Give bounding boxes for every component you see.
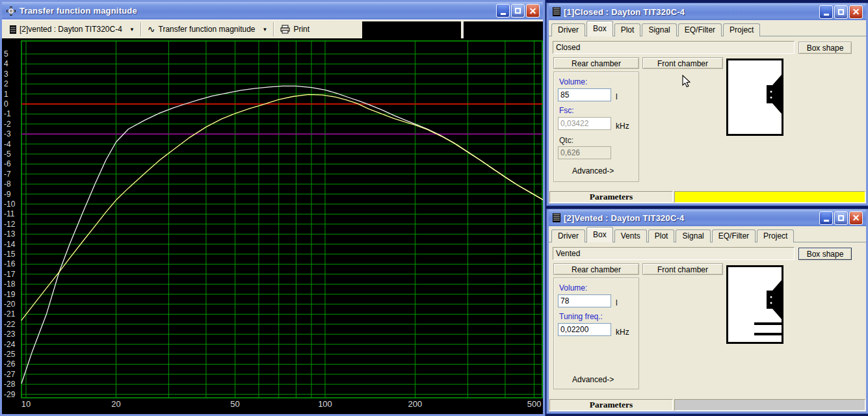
volume-input[interactable] (558, 88, 611, 101)
graph-selector-label: Transfer function magnitude (159, 25, 256, 34)
print-label: Print (293, 25, 309, 34)
tab-project[interactable]: Project (723, 23, 760, 36)
advanced-link[interactable]: Advanced-> (572, 166, 614, 176)
box-shape-button[interactable]: Box shape (798, 248, 852, 260)
maximize-button[interactable] (511, 4, 525, 18)
closed-box-window: [1]Closed : Dayton TIT320C-4 ✕ DriverBox… (547, 3, 868, 205)
tab-eq-filter[interactable]: EQ/Filter (712, 229, 756, 242)
vented-box-window: [2]Vented : Dayton TIT320C-4 ✕ DriverBox… (547, 209, 868, 413)
svg-text:-18: -18 (4, 280, 16, 289)
svg-text:-1: -1 (4, 109, 11, 118)
project-selector[interactable]: [2]vented : Dayton TIT320C-4 ▼ (6, 21, 138, 37)
svg-text:100: 100 (318, 399, 332, 409)
volume-label: Volume: (559, 283, 587, 292)
maximize-button[interactable] (834, 211, 848, 225)
tab-vents[interactable]: Vents (614, 229, 647, 242)
front-chamber-button[interactable]: Front chamber (642, 263, 723, 275)
mouse-cursor (682, 75, 691, 88)
print-button[interactable]: Print (276, 21, 313, 37)
closed-window-titlebar[interactable]: [1]Closed : Dayton TIT320C-4 ✕ (549, 3, 866, 20)
tab-project[interactable]: Project (757, 229, 794, 242)
tuning-freq-input[interactable] (558, 323, 611, 336)
svg-text:-23: -23 (4, 330, 16, 339)
svg-text:-12: -12 (4, 220, 16, 229)
svg-text:-19: -19 (4, 290, 16, 299)
minimize-button[interactable] (819, 211, 833, 225)
svg-text:-17: -17 (4, 270, 16, 279)
advanced-link[interactable]: Advanced-> (572, 375, 614, 384)
svg-text:-22: -22 (4, 320, 16, 329)
printer-icon (280, 25, 290, 34)
chevron-down-icon: ▼ (259, 27, 268, 32)
qtc-input[interactable] (558, 146, 611, 159)
svg-text:-21: -21 (4, 309, 16, 318)
svg-text:10: 10 (21, 399, 31, 409)
volume-unit: l (616, 92, 618, 101)
svg-text:-8: -8 (4, 179, 11, 188)
parameters-label[interactable]: Parameters (549, 399, 673, 411)
rear-chamber-button[interactable]: Rear chamber (553, 263, 639, 275)
front-chamber-button[interactable]: Front chamber (642, 57, 723, 69)
tab-driver[interactable]: Driver (551, 23, 585, 36)
fsc-label: Fsc: (559, 106, 574, 115)
svg-text:500: 500 (527, 399, 542, 409)
parameters-bar: Parameters (549, 399, 865, 411)
plot-toolbar: [2]vented : Dayton TIT320C-4 ▼ ∿ Transfe… (2, 20, 543, 38)
tab-eq-filter[interactable]: EQ/Filter (678, 23, 722, 36)
closed-box-diagram (726, 58, 783, 136)
graph-selector[interactable]: ∿ Transfer function magnitude ▼ (144, 21, 272, 37)
rear-chamber-button[interactable]: Rear chamber (553, 57, 639, 69)
vented-box-tab-body: Vented Box shape Rear chamber Front cham… (549, 242, 866, 396)
svg-text:-15: -15 (4, 250, 16, 259)
closed-window-tabs: DriverBoxPlotSignalEQ/FilterProject (549, 20, 866, 36)
volume-unit: l (616, 298, 618, 307)
svg-text:-5: -5 (4, 150, 11, 159)
svg-text:-13: -13 (4, 229, 16, 239)
vented-window-titlebar[interactable]: [2]Vented : Dayton TIT320C-4 ✕ (549, 209, 866, 226)
svg-text:5: 5 (4, 49, 8, 58)
tab-driver[interactable]: Driver (551, 229, 585, 242)
vented-window-title: [2]Vented : Dayton TIT320C-4 (560, 213, 819, 223)
status-progress-bar (674, 399, 865, 411)
svg-text:-16: -16 (4, 259, 16, 268)
close-button[interactable]: ✕ (526, 4, 540, 18)
tab-signal[interactable]: Signal (676, 229, 710, 242)
minimize-button[interactable] (496, 4, 510, 18)
tab-plot[interactable]: Plot (614, 23, 641, 36)
volume-input[interactable] (558, 294, 611, 307)
volume-label: Volume: (559, 77, 587, 86)
driver-glyph (728, 60, 782, 134)
box-shape-button[interactable]: Box shape (798, 42, 852, 54)
port-line (754, 322, 782, 325)
fsc-unit: kHz (616, 122, 629, 131)
waveform-icon: ∿ (148, 25, 155, 33)
tab-plot[interactable]: Plot (648, 229, 675, 242)
close-button[interactable]: ✕ (849, 211, 863, 225)
speaker-project-icon (553, 213, 560, 222)
parameters-bar: Parameters (549, 191, 865, 203)
plot-window-titlebar[interactable]: Transfer function magnitude ✕ (2, 2, 543, 20)
box-type-field[interactable]: Vented (553, 247, 795, 260)
plot-canvas: 543210-1-2-3-4-5-6-7-8-9-10-11-12-13-14-… (2, 38, 543, 414)
transfer-function-plot[interactable]: 543210-1-2-3-4-5-6-7-8-9-10-11-12-13-14-… (2, 38, 543, 414)
minimize-button[interactable] (819, 5, 833, 19)
box-type-field[interactable]: Closed (553, 41, 795, 54)
maximize-button[interactable] (834, 5, 848, 19)
svg-text:-26: -26 (4, 359, 16, 369)
cursor-readout-left (362, 21, 461, 38)
tab-signal[interactable]: Signal (642, 23, 676, 36)
vented-box-diagram (726, 265, 783, 344)
svg-text:20: 20 (111, 399, 120, 409)
port-line (754, 333, 782, 335)
tab-box[interactable]: Box (586, 227, 613, 242)
status-progress-bar (674, 191, 865, 203)
svg-text:-27: -27 (4, 370, 16, 379)
vented-window-tabs: DriverBoxVentsPlotSignalEQ/FilterProject (549, 226, 866, 242)
parameters-label[interactable]: Parameters (549, 191, 673, 203)
desktop: Transfer function magnitude ✕ [2]vented … (0, 0, 868, 416)
tuning-freq-unit: kHz (616, 328, 629, 337)
fsc-input[interactable] (558, 117, 611, 130)
toolbar-separator (140, 22, 142, 36)
close-button[interactable]: ✕ (849, 5, 863, 19)
tab-box[interactable]: Box (586, 21, 613, 36)
